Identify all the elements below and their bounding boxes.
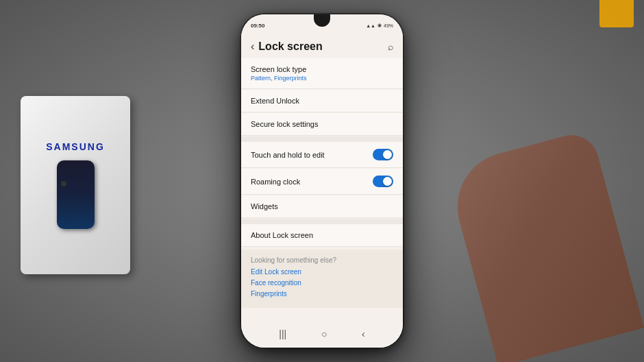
page-title: Lock screen <box>258 40 322 53</box>
settings-header: ‹ Lock screen ⌕ <box>241 34 403 58</box>
status-time: 09:50 <box>251 23 264 29</box>
toggle-touch-hold[interactable] <box>373 149 393 160</box>
sticky-note <box>599 0 634 27</box>
edit-lock-screen-link[interactable]: Edit Lock screen <box>251 268 393 276</box>
back-button[interactable]: ‹ <box>251 40 254 53</box>
nav-home-button[interactable]: ○ <box>321 328 327 339</box>
nav-back-button[interactable]: ‹ <box>362 328 365 339</box>
item-title: Secure lock settings <box>251 120 393 128</box>
item-title: Extend Unlock <box>251 97 393 105</box>
samsung-box-body: SAMSUNG <box>21 96 130 274</box>
phone-frame: 09:50 ▲▲ ◉ 49% ‹ Lock screen ⌕ Scr <box>240 13 404 349</box>
divider <box>241 219 403 224</box>
settings-content: ‹ Lock screen ⌕ Screen lock type Pattern… <box>241 34 403 320</box>
fingerprints-link[interactable]: Fingerprints <box>251 290 393 298</box>
samsung-box: SAMSUNG <box>21 89 158 281</box>
item-title: Screen lock type <box>251 65 393 73</box>
navigation-bar: ||| ○ ‹ <box>241 320 403 348</box>
status-icons: ▲▲ ◉ 49% <box>366 23 393 28</box>
list-item[interactable]: About Lock screen <box>241 224 403 247</box>
nav-recent-button[interactable]: ||| <box>279 328 286 339</box>
samsung-phone-image <box>57 160 95 229</box>
item-row: Touch and hold to edit <box>251 149 393 160</box>
face-recognition-link[interactable]: Face recognition <box>251 279 393 287</box>
list-item[interactable]: Roaming clock <box>241 169 403 195</box>
looking-section: Looking for something else? Edit Lock sc… <box>241 250 403 308</box>
battery-icon: 49% <box>384 23 393 28</box>
list-item[interactable]: Extend Unlock <box>241 90 403 112</box>
samsung-logo: SAMSUNG <box>46 141 105 152</box>
item-row: Roaming clock <box>251 176 393 187</box>
divider <box>241 136 403 142</box>
item-title: Touch and hold to edit <box>251 151 325 159</box>
looking-title: Looking for something else? <box>251 256 393 264</box>
signal-icon: ▲▲ <box>366 23 375 28</box>
item-title: Widgets <box>251 202 393 210</box>
list-item[interactable]: Touch and hold to edit <box>241 142 403 168</box>
wifi-icon: ◉ <box>377 23 382 28</box>
item-title: About Lock screen <box>251 231 393 239</box>
item-subtitle: Pattern, Fingerprints <box>251 75 393 82</box>
list-item[interactable]: Screen lock type Pattern, Fingerprints <box>241 58 403 89</box>
list-item[interactable]: Secure lock settings <box>241 113 403 136</box>
toggle-roaming-clock[interactable] <box>373 176 393 187</box>
list-item[interactable]: Widgets <box>241 195 403 218</box>
header-left: ‹ Lock screen <box>251 40 323 53</box>
item-title: Roaming clock <box>251 178 300 186</box>
settings-list: Screen lock type Pattern, Fingerprints E… <box>241 58 403 308</box>
search-icon[interactable]: ⌕ <box>388 41 393 52</box>
phone-screen: 09:50 ▲▲ ◉ 49% ‹ Lock screen ⌕ Scr <box>241 14 403 348</box>
